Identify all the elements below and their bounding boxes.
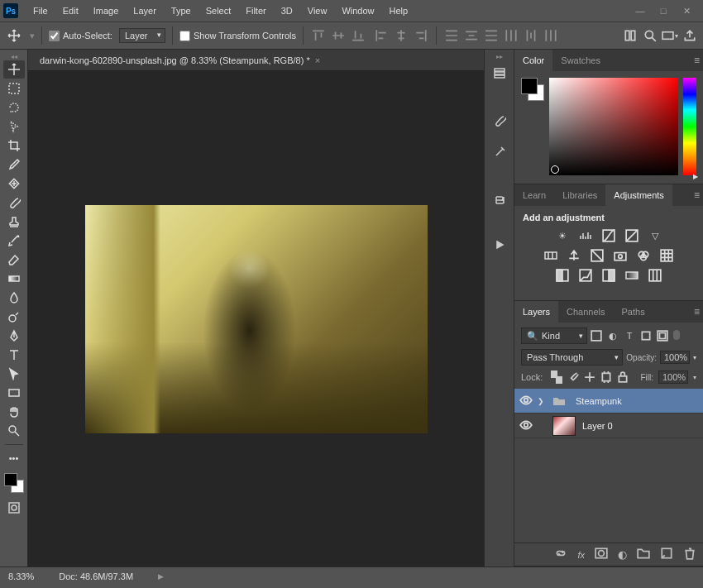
- marquee-tool[interactable]: [3, 79, 25, 98]
- align-bottom-icon[interactable]: [350, 28, 366, 43]
- lock-paint-icon[interactable]: [567, 371, 579, 383]
- panel-menu-icon[interactable]: ≡: [694, 189, 700, 201]
- tab-color[interactable]: Color: [514, 50, 552, 71]
- brush-tool[interactable]: [3, 194, 25, 212]
- curves-icon[interactable]: [601, 229, 616, 242]
- distribute-hcenter-icon[interactable]: [523, 28, 539, 43]
- tab-swatches[interactable]: Swatches: [552, 50, 609, 71]
- gradient-map-icon[interactable]: [624, 269, 639, 282]
- close-icon[interactable]: ✕: [680, 4, 693, 17]
- opacity-input[interactable]: 100%: [660, 351, 690, 364]
- align-vcenter-icon[interactable]: [330, 28, 347, 43]
- levels-icon[interactable]: [578, 229, 593, 242]
- menu-layer[interactable]: Layer: [127, 2, 163, 19]
- align-hcenter-icon[interactable]: [393, 28, 409, 43]
- link-layers-icon[interactable]: [554, 547, 567, 562]
- dodge-tool[interactable]: [3, 308, 25, 326]
- lock-transparency-icon[interactable]: [551, 371, 562, 383]
- show-transform-checkbox[interactable]: Show Transform Controls: [179, 31, 296, 41]
- tab-learn[interactable]: Learn: [514, 184, 554, 206]
- brush-panel-icon[interactable]: [488, 109, 511, 132]
- menu-filter[interactable]: Filter: [239, 2, 272, 19]
- crop-tool[interactable]: [3, 136, 25, 155]
- path-select-tool[interactable]: [3, 365, 25, 383]
- new-adjustment-icon[interactable]: ◐: [618, 548, 627, 561]
- menu-help[interactable]: Help: [383, 2, 415, 19]
- tab-paths[interactable]: Paths: [614, 301, 653, 323]
- search-icon[interactable]: [642, 28, 658, 43]
- auto-select-checkbox[interactable]: Auto-Select:: [49, 31, 112, 41]
- distribute-bottom-icon[interactable]: [483, 28, 500, 43]
- move-tool[interactable]: [3, 60, 25, 79]
- invert-icon[interactable]: [555, 269, 570, 282]
- distribute-right-icon[interactable]: [543, 28, 559, 43]
- layer-name[interactable]: Steampunk: [576, 396, 622, 406]
- layer-name[interactable]: Layer 0: [582, 421, 613, 431]
- channel-mixer-icon[interactable]: [636, 249, 651, 262]
- color-panel-swatch[interactable]: [521, 78, 544, 101]
- quick-mask-icon[interactable]: [3, 500, 25, 515]
- maximize-icon[interactable]: □: [657, 4, 670, 17]
- visibility-toggle-icon[interactable]: [519, 394, 531, 409]
- canvas-viewport[interactable]: [28, 71, 484, 566]
- history-brush-tool[interactable]: [3, 232, 25, 250]
- foreground-color[interactable]: [4, 473, 17, 486]
- healing-tool[interactable]: [3, 174, 25, 193]
- color-field[interactable]: [549, 78, 678, 175]
- document-image[interactable]: [85, 205, 428, 433]
- layer-row-group[interactable]: ❯ Steampunk: [514, 389, 703, 414]
- threshold-icon[interactable]: [601, 269, 616, 282]
- selective-color-icon[interactable]: [648, 269, 662, 282]
- gradient-tool[interactable]: [3, 270, 25, 288]
- filter-toggle-icon[interactable]: [673, 330, 680, 340]
- filter-shape-icon[interactable]: [640, 330, 652, 342]
- filter-adjust-icon[interactable]: ◐: [607, 330, 619, 342]
- photo-filter-icon[interactable]: [613, 249, 628, 262]
- distribute-top-icon[interactable]: [443, 28, 460, 43]
- new-layer-icon[interactable]: [660, 547, 673, 562]
- history-panel-icon[interactable]: [488, 61, 511, 84]
- brightness-contrast-icon[interactable]: ☀: [555, 229, 570, 242]
- filter-smart-icon[interactable]: [657, 330, 668, 342]
- workspace-icon[interactable]: ▾: [662, 28, 678, 43]
- quick-select-tool[interactable]: [3, 117, 25, 136]
- menu-window[interactable]: Window: [335, 2, 380, 19]
- blur-tool[interactable]: [3, 289, 25, 307]
- lasso-tool[interactable]: [3, 98, 25, 117]
- doc-size[interactable]: Doc: 48.6M/97.3M: [59, 571, 133, 581]
- menu-3d[interactable]: 3D: [275, 2, 299, 19]
- fill-input[interactable]: 100%: [658, 370, 688, 384]
- posterize-icon[interactable]: [578, 269, 593, 282]
- align-top-icon[interactable]: [310, 28, 327, 43]
- type-tool[interactable]: [3, 346, 25, 364]
- panel-menu-icon[interactable]: ≡: [694, 55, 700, 66]
- hue-sat-icon[interactable]: [543, 249, 558, 262]
- visibility-toggle-icon[interactable]: [519, 418, 531, 433]
- dock-handle[interactable]: ▸▸: [487, 53, 512, 60]
- stamp-tool[interactable]: [3, 213, 25, 231]
- tab-adjustments[interactable]: Adjustments: [605, 184, 672, 206]
- minimize-icon[interactable]: —: [634, 4, 647, 17]
- add-mask-icon[interactable]: [595, 547, 608, 562]
- tab-libraries[interactable]: Libraries: [554, 184, 605, 206]
- tab-layers[interactable]: Layers: [514, 301, 558, 323]
- zoom-tool[interactable]: [3, 422, 25, 440]
- toolbox-handle[interactable]: ◂◂: [2, 53, 26, 60]
- new-group-icon[interactable]: [637, 547, 650, 562]
- distribute-vcenter-icon[interactable]: [463, 28, 480, 43]
- menu-image[interactable]: Image: [87, 2, 126, 19]
- pen-tool[interactable]: [3, 327, 25, 345]
- expand-group-icon[interactable]: ❯: [538, 397, 546, 405]
- lock-all-icon[interactable]: [617, 371, 629, 383]
- filter-pixel-icon[interactable]: [591, 330, 602, 342]
- eyedropper-tool[interactable]: [3, 155, 25, 174]
- color-balance-icon[interactable]: [567, 249, 581, 262]
- color-swatch[interactable]: [4, 473, 24, 493]
- menu-edit[interactable]: Edit: [56, 2, 85, 19]
- menu-file[interactable]: File: [26, 2, 55, 19]
- color-lookup-icon[interactable]: [659, 249, 674, 262]
- layer-row[interactable]: Layer 0: [514, 414, 703, 438]
- exposure-icon[interactable]: [624, 229, 639, 242]
- edit-toolbar[interactable]: •••: [3, 449, 25, 467]
- layer-thumbnail[interactable]: [552, 416, 576, 436]
